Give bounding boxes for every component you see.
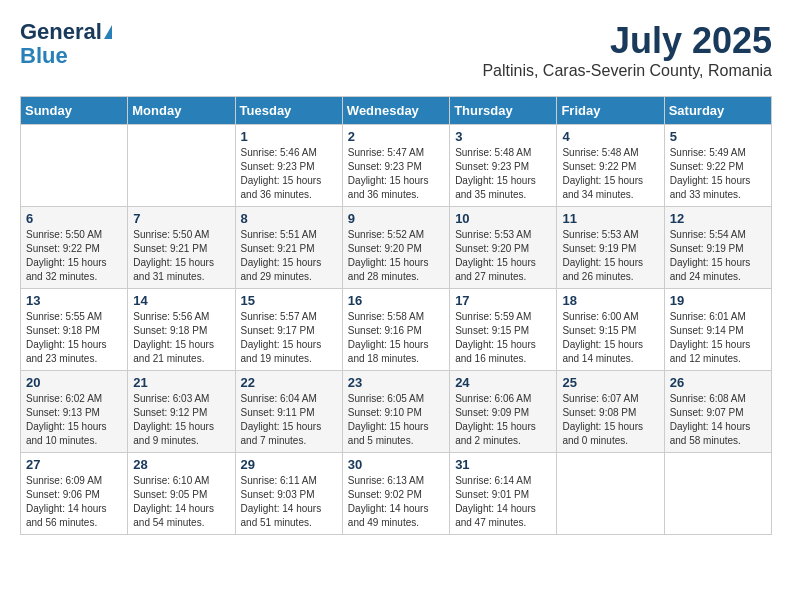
calendar-cell: 10Sunrise: 5:53 AM Sunset: 9:20 PM Dayli… [450, 207, 557, 289]
day-number: 19 [670, 293, 766, 308]
calendar-cell: 26Sunrise: 6:08 AM Sunset: 9:07 PM Dayli… [664, 371, 771, 453]
day-number: 22 [241, 375, 337, 390]
day-info: Sunrise: 6:07 AM Sunset: 9:08 PM Dayligh… [562, 392, 658, 448]
day-info: Sunrise: 5:52 AM Sunset: 9:20 PM Dayligh… [348, 228, 444, 284]
day-number: 27 [26, 457, 122, 472]
calendar-week-row: 20Sunrise: 6:02 AM Sunset: 9:13 PM Dayli… [21, 371, 772, 453]
calendar-cell: 22Sunrise: 6:04 AM Sunset: 9:11 PM Dayli… [235, 371, 342, 453]
logo: General Blue [20, 20, 112, 68]
day-number: 6 [26, 211, 122, 226]
calendar-cell: 16Sunrise: 5:58 AM Sunset: 9:16 PM Dayli… [342, 289, 449, 371]
calendar-cell: 5Sunrise: 5:49 AM Sunset: 9:22 PM Daylig… [664, 125, 771, 207]
day-number: 31 [455, 457, 551, 472]
calendar-cell [664, 453, 771, 535]
logo-text-blue: Blue [20, 44, 68, 68]
calendar-cell [557, 453, 664, 535]
weekday-header-monday: Monday [128, 97, 235, 125]
day-info: Sunrise: 5:53 AM Sunset: 9:20 PM Dayligh… [455, 228, 551, 284]
day-number: 5 [670, 129, 766, 144]
day-info: Sunrise: 5:57 AM Sunset: 9:17 PM Dayligh… [241, 310, 337, 366]
calendar-cell: 23Sunrise: 6:05 AM Sunset: 9:10 PM Dayli… [342, 371, 449, 453]
day-number: 1 [241, 129, 337, 144]
day-number: 20 [26, 375, 122, 390]
calendar-cell [21, 125, 128, 207]
day-info: Sunrise: 6:08 AM Sunset: 9:07 PM Dayligh… [670, 392, 766, 448]
day-info: Sunrise: 6:06 AM Sunset: 9:09 PM Dayligh… [455, 392, 551, 448]
day-number: 7 [133, 211, 229, 226]
calendar-cell: 9Sunrise: 5:52 AM Sunset: 9:20 PM Daylig… [342, 207, 449, 289]
calendar-cell: 6Sunrise: 5:50 AM Sunset: 9:22 PM Daylig… [21, 207, 128, 289]
weekday-header-sunday: Sunday [21, 97, 128, 125]
calendar-cell: 29Sunrise: 6:11 AM Sunset: 9:03 PM Dayli… [235, 453, 342, 535]
calendar-cell: 11Sunrise: 5:53 AM Sunset: 9:19 PM Dayli… [557, 207, 664, 289]
day-number: 15 [241, 293, 337, 308]
day-info: Sunrise: 6:01 AM Sunset: 9:14 PM Dayligh… [670, 310, 766, 366]
day-info: Sunrise: 6:13 AM Sunset: 9:02 PM Dayligh… [348, 474, 444, 530]
calendar-cell: 17Sunrise: 5:59 AM Sunset: 9:15 PM Dayli… [450, 289, 557, 371]
calendar-table: SundayMondayTuesdayWednesdayThursdayFrid… [20, 96, 772, 535]
day-info: Sunrise: 5:51 AM Sunset: 9:21 PM Dayligh… [241, 228, 337, 284]
calendar-cell: 24Sunrise: 6:06 AM Sunset: 9:09 PM Dayli… [450, 371, 557, 453]
calendar-cell: 28Sunrise: 6:10 AM Sunset: 9:05 PM Dayli… [128, 453, 235, 535]
day-number: 4 [562, 129, 658, 144]
weekday-header-friday: Friday [557, 97, 664, 125]
day-info: Sunrise: 6:04 AM Sunset: 9:11 PM Dayligh… [241, 392, 337, 448]
day-info: Sunrise: 6:14 AM Sunset: 9:01 PM Dayligh… [455, 474, 551, 530]
day-number: 2 [348, 129, 444, 144]
day-info: Sunrise: 5:48 AM Sunset: 9:22 PM Dayligh… [562, 146, 658, 202]
logo-text-general: General [20, 20, 102, 44]
day-info: Sunrise: 5:50 AM Sunset: 9:21 PM Dayligh… [133, 228, 229, 284]
month-title: July 2025 [482, 20, 772, 62]
day-number: 25 [562, 375, 658, 390]
day-number: 16 [348, 293, 444, 308]
day-info: Sunrise: 6:11 AM Sunset: 9:03 PM Dayligh… [241, 474, 337, 530]
day-info: Sunrise: 6:09 AM Sunset: 9:06 PM Dayligh… [26, 474, 122, 530]
day-info: Sunrise: 5:56 AM Sunset: 9:18 PM Dayligh… [133, 310, 229, 366]
day-info: Sunrise: 6:03 AM Sunset: 9:12 PM Dayligh… [133, 392, 229, 448]
day-info: Sunrise: 5:49 AM Sunset: 9:22 PM Dayligh… [670, 146, 766, 202]
logo-triangle-icon [104, 25, 112, 39]
day-info: Sunrise: 5:50 AM Sunset: 9:22 PM Dayligh… [26, 228, 122, 284]
calendar-week-row: 27Sunrise: 6:09 AM Sunset: 9:06 PM Dayli… [21, 453, 772, 535]
day-number: 12 [670, 211, 766, 226]
day-info: Sunrise: 6:10 AM Sunset: 9:05 PM Dayligh… [133, 474, 229, 530]
weekday-header-wednesday: Wednesday [342, 97, 449, 125]
calendar-cell: 8Sunrise: 5:51 AM Sunset: 9:21 PM Daylig… [235, 207, 342, 289]
title-section: July 2025 Paltinis, Caras-Severin County… [482, 20, 772, 80]
day-number: 14 [133, 293, 229, 308]
calendar-cell: 12Sunrise: 5:54 AM Sunset: 9:19 PM Dayli… [664, 207, 771, 289]
calendar-cell: 19Sunrise: 6:01 AM Sunset: 9:14 PM Dayli… [664, 289, 771, 371]
calendar-cell: 25Sunrise: 6:07 AM Sunset: 9:08 PM Dayli… [557, 371, 664, 453]
calendar-cell: 1Sunrise: 5:46 AM Sunset: 9:23 PM Daylig… [235, 125, 342, 207]
calendar-week-row: 13Sunrise: 5:55 AM Sunset: 9:18 PM Dayli… [21, 289, 772, 371]
day-number: 21 [133, 375, 229, 390]
day-number: 11 [562, 211, 658, 226]
day-number: 10 [455, 211, 551, 226]
day-number: 28 [133, 457, 229, 472]
day-info: Sunrise: 5:47 AM Sunset: 9:23 PM Dayligh… [348, 146, 444, 202]
weekday-header-tuesday: Tuesday [235, 97, 342, 125]
day-number: 26 [670, 375, 766, 390]
day-number: 13 [26, 293, 122, 308]
weekday-header-saturday: Saturday [664, 97, 771, 125]
calendar-cell: 15Sunrise: 5:57 AM Sunset: 9:17 PM Dayli… [235, 289, 342, 371]
day-number: 8 [241, 211, 337, 226]
calendar-week-row: 1Sunrise: 5:46 AM Sunset: 9:23 PM Daylig… [21, 125, 772, 207]
day-number: 9 [348, 211, 444, 226]
day-number: 18 [562, 293, 658, 308]
day-number: 23 [348, 375, 444, 390]
calendar-cell: 3Sunrise: 5:48 AM Sunset: 9:23 PM Daylig… [450, 125, 557, 207]
day-info: Sunrise: 6:05 AM Sunset: 9:10 PM Dayligh… [348, 392, 444, 448]
calendar-cell: 4Sunrise: 5:48 AM Sunset: 9:22 PM Daylig… [557, 125, 664, 207]
day-number: 3 [455, 129, 551, 144]
day-number: 24 [455, 375, 551, 390]
day-info: Sunrise: 5:58 AM Sunset: 9:16 PM Dayligh… [348, 310, 444, 366]
calendar-cell: 20Sunrise: 6:02 AM Sunset: 9:13 PM Dayli… [21, 371, 128, 453]
calendar-cell: 7Sunrise: 5:50 AM Sunset: 9:21 PM Daylig… [128, 207, 235, 289]
calendar-week-row: 6Sunrise: 5:50 AM Sunset: 9:22 PM Daylig… [21, 207, 772, 289]
day-info: Sunrise: 5:54 AM Sunset: 9:19 PM Dayligh… [670, 228, 766, 284]
day-info: Sunrise: 5:48 AM Sunset: 9:23 PM Dayligh… [455, 146, 551, 202]
day-info: Sunrise: 5:55 AM Sunset: 9:18 PM Dayligh… [26, 310, 122, 366]
day-number: 29 [241, 457, 337, 472]
day-info: Sunrise: 6:00 AM Sunset: 9:15 PM Dayligh… [562, 310, 658, 366]
